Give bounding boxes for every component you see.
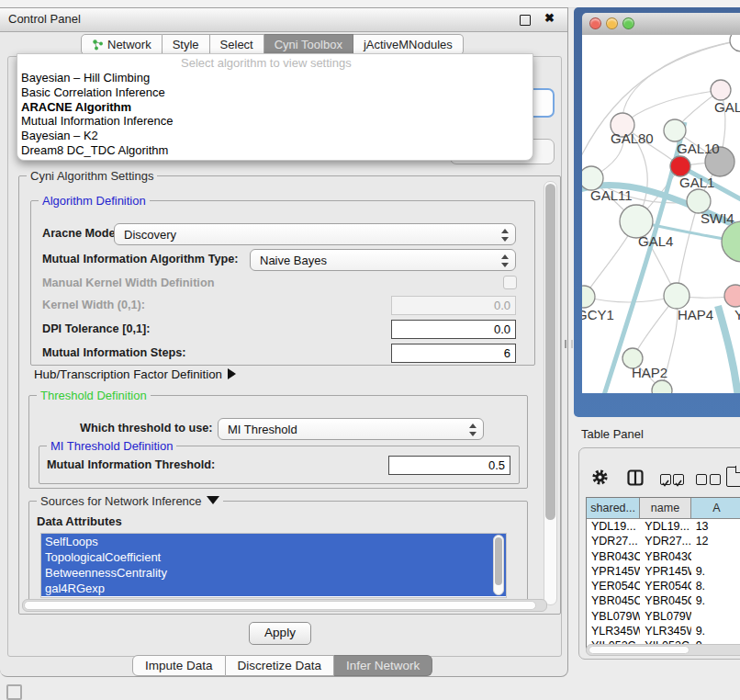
table-cell: YDR27... — [640, 534, 690, 548]
data-attribute-item-0[interactable]: SelfLoops — [41, 534, 506, 549]
document-icon[interactable] — [726, 467, 740, 487]
table-column-header-2[interactable]: A — [691, 498, 740, 518]
data-attribute-item-2[interactable]: BetweennessCentrality — [41, 565, 506, 581]
table-row-2[interactable]: YBR043CYBR043C — [587, 549, 740, 564]
network-node-arc-top[interactable] — [730, 35, 740, 51]
network-node-GAL10-node[interactable] — [664, 119, 686, 141]
attributes-scrollbar[interactable] — [493, 535, 504, 595]
table-row-6[interactable]: YBL079WYBL079W — [587, 609, 740, 624]
tab-jactivemnodules[interactable]: jActiveMNodules — [353, 34, 464, 55]
tab-style[interactable]: Style — [163, 34, 210, 55]
control-panel-tabs: Network Style Select Cyni Toolbox jActiv… — [81, 34, 464, 55]
apply-button[interactable]: Apply — [249, 622, 311, 645]
checkbox-unchecked-icon[interactable] — [696, 474, 707, 485]
tab-network[interactable]: Network — [81, 34, 163, 55]
threshold-definition-title: Threshold Definition — [37, 389, 151, 402]
network-window-titlebar — [582, 13, 740, 36]
algorithm-option-0[interactable]: Bayesian – Hill Climbing — [21, 71, 533, 85]
table-row-0[interactable]: YDL19...YDL19...13 — [587, 519, 740, 534]
sources-title[interactable]: Sources for Network Inference — [37, 494, 223, 508]
table-row-1[interactable]: YDR27...YDR27...12 — [587, 534, 740, 548]
manual-kernel-label: Manual Kernel Width Definition — [42, 277, 214, 289]
table-horizontal-scrollbar[interactable] — [586, 644, 740, 656]
network-canvas[interactable]: GAL7GAL80GAL10GAL1GAL11SWI4GAL4GCY1HAP4Y… — [582, 35, 740, 393]
gear-icon[interactable] — [591, 469, 609, 486]
table-hscroll-thumb[interactable] — [589, 646, 690, 654]
minimize-traffic-light[interactable] — [606, 17, 618, 29]
tab-discretize-data[interactable]: Discretize Data — [226, 655, 335, 676]
manual-kernel-checkbox[interactable] — [503, 276, 517, 289]
settings-vertical-scrollbar[interactable] — [544, 181, 557, 605]
mi-threshold-group-title: MI Threshold Definition — [47, 439, 176, 453]
table-row-5[interactable]: YBR045CYBR045C9. — [587, 593, 740, 608]
algorithm-dropdown-prompt: Select algorithm to view settings — [181, 56, 352, 70]
network-node-green-node-right[interactable] — [722, 221, 740, 262]
mi-type-combo[interactable]: Naive Bayes — [250, 249, 516, 271]
table-row-7[interactable]: YLR345WYLR345W9. — [587, 624, 740, 638]
data-attributes-list[interactable]: SelfLoopsTopologicalCoefficientBetweenne… — [40, 533, 507, 598]
tab-infer-network[interactable]: Infer Network — [334, 655, 432, 676]
mi-steps-field[interactable]: 6 — [391, 344, 516, 363]
hub-definition-toggle[interactable]: Hub/Transcription Factor Definition — [34, 367, 236, 381]
settings-vscroll-thumb[interactable] — [545, 184, 555, 520]
algorithm-option-1[interactable]: Basic Correlation Inference — [21, 85, 533, 100]
checkbox-unchecked-icon[interactable] — [710, 474, 721, 485]
data-attribute-item-3[interactable]: gal4RGexp — [41, 581, 506, 596]
sources-group: Sources for Network Inference Data Attri… — [28, 501, 528, 604]
aracne-mode-combo[interactable]: Discovery — [114, 223, 516, 245]
cyni-algorithm-settings-group: Cyni Algorithm Settings Algorithm Defini… — [18, 175, 561, 615]
combo-stepper-icon — [501, 254, 509, 268]
tab-cyni-toolbox[interactable]: Cyni Toolbox — [264, 34, 353, 55]
network-label-GAL1: GAL1 — [679, 175, 714, 190]
algorithm-option-3[interactable]: Mutual Information Inference — [21, 114, 533, 129]
kernel-width-field[interactable]: 0.0 — [391, 296, 516, 315]
network-node-GAL7-node[interactable] — [711, 80, 731, 100]
close-traffic-light[interactable] — [589, 17, 601, 29]
float-window-icon[interactable] — [520, 15, 531, 26]
table-row-4[interactable]: YER054CYER054C8. — [587, 579, 740, 593]
settings-hscroll-thumb[interactable] — [24, 601, 536, 610]
threshold-definition-group: Threshold Definition Which threshold to … — [28, 395, 528, 489]
table-cell: YBR045C — [587, 593, 640, 608]
mi-threshold-field[interactable]: 0.5 — [388, 456, 510, 475]
network-node-GCY1-node[interactable] — [582, 286, 595, 308]
algorithm-dropdown-popup: Select algorithm to view settings Bayesi… — [17, 53, 533, 161]
table-cell: YBL079W — [587, 609, 640, 624]
tab-jactivemnodules-label: jActiveMNodules — [364, 35, 453, 54]
column-split-icon[interactable] — [627, 469, 644, 486]
algorithm-option-5[interactable]: Dream8 DC_TDC Algorithm — [21, 143, 533, 158]
splitter-grip[interactable] — [565, 340, 573, 348]
settings-horizontal-scrollbar[interactable] — [22, 599, 547, 612]
checkbox-checked-icon[interactable] — [673, 474, 684, 485]
table-column-header-0[interactable]: shared... — [587, 498, 640, 518]
dpi-tolerance-field[interactable]: 0.0 — [391, 320, 516, 339]
close-icon[interactable]: ✖ — [544, 11, 555, 25]
which-threshold-value: MI Threshold — [228, 423, 297, 436]
cyni-algorithm-settings-title: Cyni Algorithm Settings — [27, 169, 157, 183]
table-cell: 13 — [691, 519, 740, 534]
network-label-GAL11: GAL11 — [590, 187, 633, 203]
network-label-SWI4: SWI4 — [701, 210, 734, 226]
algorithm-definition-title: Algorithm Definition — [39, 194, 150, 208]
data-attribute-item-1[interactable]: TopologicalCoefficient — [41, 549, 506, 565]
network-node-pink-node-right[interactable] — [724, 285, 740, 307]
table-column-header-1[interactable]: name — [640, 498, 690, 518]
algorithm-option-2[interactable]: ARACNE Algorithm — [21, 100, 533, 115]
combo-stepper-icon — [501, 228, 509, 243]
table-cell: 9. — [691, 593, 740, 608]
table-row-3[interactable]: YPR145WYPR145W9. — [587, 564, 740, 579]
algorithm-option-4[interactable]: Bayesian – K2 — [21, 129, 533, 143]
data-attributes-label: Data Attributes — [37, 514, 122, 528]
tab-impute-data[interactable]: Impute Data — [132, 655, 226, 676]
network-node-red-node[interactable] — [670, 156, 690, 176]
attributes-scroll-thumb[interactable] — [495, 537, 502, 585]
collapsed-panel-icon[interactable] — [6, 684, 22, 700]
tab-cyni-toolbox-label: Cyni Toolbox — [275, 35, 342, 54]
table-header-row: shared...nameA — [587, 498, 740, 519]
checkbox-checked-icon[interactable] — [660, 474, 671, 485]
table-cell: 9. — [691, 624, 740, 638]
zoom-traffic-light[interactable] — [622, 17, 634, 29]
which-threshold-combo[interactable]: MI Threshold — [218, 418, 484, 440]
tab-select[interactable]: Select — [210, 34, 264, 55]
network-node-HAP4-node[interactable] — [664, 283, 690, 309]
